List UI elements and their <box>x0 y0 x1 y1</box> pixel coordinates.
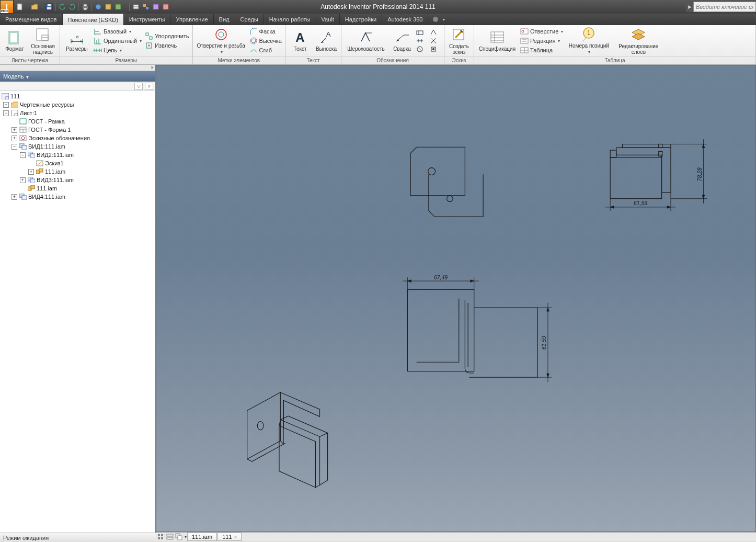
titleblock-button[interactable]: Основная надпись <box>28 26 58 55</box>
qat-icon-1[interactable] <box>94 3 102 11</box>
symbol-icon-1[interactable] <box>416 28 424 37</box>
symbol-icon-3[interactable] <box>416 45 424 53</box>
expand-icon[interactable]: + <box>12 194 17 200</box>
hole-thread-button[interactable]: Отверстие и резьба ▾ <box>195 26 247 55</box>
tab-tools[interactable]: Инструменты <box>124 14 171 25</box>
expand-icon[interactable]: + <box>20 177 26 183</box>
tree-item[interactable]: Эскиз1 <box>0 159 155 167</box>
tree-item[interactable]: +111.iam <box>0 167 155 176</box>
qat-icon-6[interactable] <box>152 3 160 11</box>
punch-button[interactable]: Высечка <box>248 36 283 46</box>
tab-manage[interactable]: Управление <box>170 14 213 25</box>
appearance-icon[interactable] <box>431 15 440 24</box>
symbol-icon-6[interactable] <box>429 45 438 53</box>
dropdown-icon[interactable]: ▾ <box>185 535 187 539</box>
app-menu-button[interactable]: I PRO <box>0 0 14 14</box>
collapse-icon[interactable]: − <box>12 144 17 150</box>
tab-getstarted[interactable]: Начало работы <box>264 14 316 25</box>
print-icon[interactable] <box>81 3 89 11</box>
browser-help-icon[interactable]: ? <box>145 83 153 90</box>
collapse-icon[interactable]: − <box>3 110 9 116</box>
tab-autodesk360[interactable]: Autodesk 360 <box>382 14 428 25</box>
leader-button[interactable]: A Выноска <box>314 26 339 55</box>
browser-header[interactable]: Модель▼ <box>0 71 155 82</box>
tree-item[interactable]: −Лист:1 <box>0 109 155 117</box>
docs-cascade-icon[interactable] <box>175 533 183 541</box>
redo-icon[interactable] <box>68 3 76 11</box>
retrieve-button[interactable]: Извлечь <box>144 41 190 50</box>
content-area: × Модель▼ ▽ ? 111 +Чертежные ресурсы −Ли… <box>0 65 756 533</box>
doc-tab[interactable]: 111.iam <box>187 533 217 541</box>
tree-item[interactable]: ГОСТ - Рамка <box>0 117 155 126</box>
tab-placement[interactable]: Размещение видов <box>0 14 63 25</box>
partslist-button[interactable]: Спецификация <box>476 26 518 55</box>
dropdown-icon[interactable]: ▾ <box>443 17 445 22</box>
chamfer-button[interactable]: Фаска <box>248 27 283 36</box>
search-input[interactable] <box>693 2 756 12</box>
general-table-button[interactable]: Таблица <box>519 46 564 55</box>
tree-item[interactable]: −ВИД1:111.iam <box>0 142 155 151</box>
docs-tile-icon[interactable] <box>166 533 174 541</box>
collapse-icon[interactable]: − <box>20 152 26 158</box>
tab-view[interactable]: Вид <box>214 14 235 25</box>
tab-annotation[interactable]: Пояснение (ESKD) <box>63 14 124 25</box>
save-icon[interactable] <box>45 3 53 11</box>
expand-icon[interactable]: + <box>12 136 17 141</box>
undo-icon[interactable] <box>58 3 66 11</box>
panel-close-icon[interactable]: × <box>0 65 155 71</box>
open-icon[interactable] <box>30 3 39 11</box>
create-sketch-button[interactable]: Создать эскиз <box>446 26 472 55</box>
chain-icon <box>94 46 102 54</box>
symbol-icon-4[interactable] <box>429 28 438 37</box>
hole-table-button[interactable]: Отверстие▾ <box>519 27 564 36</box>
tree-item[interactable]: +ВИД3:111.iam <box>0 176 155 184</box>
close-tab-icon[interactable]: × <box>234 534 237 540</box>
qat-icon-7[interactable] <box>162 3 170 11</box>
doc-tab-active[interactable]: 111× <box>217 533 242 541</box>
tree-item[interactable]: −ВИД2:111.iam <box>0 151 155 159</box>
search-toggle-icon[interactable]: ▶ <box>686 2 693 12</box>
tree-item[interactable]: +ВИД4:111.iam <box>0 193 155 201</box>
qat-icon-4[interactable] <box>132 3 140 11</box>
qat-icon-3[interactable] <box>114 3 122 11</box>
chain-button[interactable]: Цепь▾ <box>93 46 143 55</box>
dropdown-icon[interactable]: ▾ <box>125 5 127 9</box>
new-icon[interactable] <box>16 3 24 11</box>
text-button[interactable]: A Текст <box>288 26 313 55</box>
tab-environments[interactable]: Среды <box>235 14 264 25</box>
balloon-button[interactable]: 1 Номера позиций ▾ <box>565 26 612 55</box>
symbol-icon-5[interactable] <box>429 37 438 45</box>
qat-customize-icon[interactable]: ▾ <box>173 5 175 9</box>
tab-addins[interactable]: Надстройки <box>340 14 382 25</box>
sketch-icon <box>36 160 43 167</box>
revision-table-button[interactable]: Редакция▾ <box>519 36 564 46</box>
tree-root[interactable]: 111 <box>0 92 155 100</box>
tree-item[interactable]: +ГОСТ - Форма 1 <box>0 126 155 134</box>
group-sheets: Формат Основная надпись Листы чертежа <box>0 25 60 64</box>
qat-icon-2[interactable] <box>104 3 112 11</box>
dimension-button[interactable]: ⌀ Размеры <box>62 26 91 55</box>
expand-icon[interactable]: + <box>12 127 17 133</box>
surface-button[interactable]: Шероховатость <box>343 26 388 55</box>
dropdown-icon[interactable]: ▾ <box>41 5 43 9</box>
ordinate-button[interactable]: Ординатный▾ <box>93 36 143 46</box>
tree-item[interactable]: +Эскизные обозначения <box>0 134 155 142</box>
expand-icon[interactable]: + <box>28 169 34 175</box>
browser-filter-icon[interactable]: ▽ <box>134 83 143 90</box>
bend-button[interactable]: Сгиб <box>248 46 283 55</box>
symbol-icon-2[interactable] <box>416 37 424 45</box>
tree-item[interactable]: 111.iam <box>0 184 155 193</box>
baseline-button[interactable]: Базовый▾ <box>93 27 143 36</box>
expand-icon[interactable]: + <box>3 102 9 108</box>
dropdown-icon[interactable]: ▾ <box>27 5 29 9</box>
weld-button[interactable]: Сварка <box>390 26 415 55</box>
format-button[interactable]: Формат <box>2 26 27 55</box>
edit-layers-button[interactable]: Редактирование слоев <box>613 26 663 55</box>
drawing-canvas[interactable]: 61,59 78,28 <box>156 65 756 532</box>
qat-icon-5[interactable] <box>142 3 150 11</box>
document-tabs: ▾ 111.iam 111× <box>156 532 756 541</box>
tab-vault[interactable]: Vault <box>316 14 340 25</box>
tree-item[interactable]: +Чертежные ресурсы <box>0 100 155 109</box>
arrange-button[interactable]: Упорядочить <box>144 31 190 41</box>
docs-list-icon[interactable] <box>157 533 165 541</box>
